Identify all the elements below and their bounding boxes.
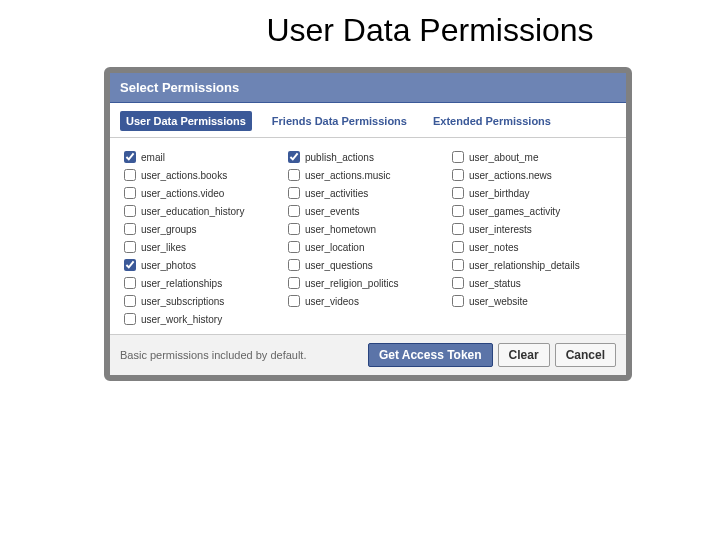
permission-row: user_likesuser_locationuser_notes bbox=[124, 238, 616, 256]
permission-checkbox[interactable] bbox=[452, 295, 464, 307]
permission-checkbox[interactable] bbox=[124, 205, 136, 217]
permission-label: user_videos bbox=[305, 296, 359, 307]
permission-user-work-history[interactable]: user_work_history bbox=[124, 310, 292, 328]
permission-checkbox[interactable] bbox=[288, 277, 300, 289]
permission-row: user_actions.booksuser_actions.musicuser… bbox=[124, 166, 616, 184]
permission-checkbox[interactable] bbox=[124, 151, 136, 163]
dialog-footer: Basic permissions included by default. G… bbox=[110, 334, 626, 375]
permission-checkbox[interactable] bbox=[124, 187, 136, 199]
permission-row: user_actions.videouser_activitiesuser_bi… bbox=[124, 184, 616, 202]
footer-buttons: Get Access Token Clear Cancel bbox=[368, 343, 616, 367]
permission-label: user_activities bbox=[305, 188, 368, 199]
permission-checkbox[interactable] bbox=[452, 205, 464, 217]
permission-checkbox[interactable] bbox=[288, 295, 300, 307]
permission-checkbox[interactable] bbox=[452, 151, 464, 163]
permission-user-actions-music[interactable]: user_actions.music bbox=[288, 166, 452, 184]
tab-friends-data-permissions[interactable]: Friends Data Permissions bbox=[266, 111, 413, 131]
permission-label: user_work_history bbox=[141, 314, 222, 325]
permission-user-events[interactable]: user_events bbox=[288, 202, 452, 220]
permission-label: user_actions.music bbox=[305, 170, 391, 181]
permission-user-games-activity[interactable]: user_games_activity bbox=[452, 202, 616, 220]
permission-user-groups[interactable]: user_groups bbox=[124, 220, 288, 238]
permission-checkbox[interactable] bbox=[452, 259, 464, 271]
permission-label: user_relationships bbox=[141, 278, 222, 289]
permission-user-videos[interactable]: user_videos bbox=[288, 292, 452, 310]
permission-label: user_about_me bbox=[469, 152, 539, 163]
footer-note: Basic permissions included by default. bbox=[120, 349, 306, 361]
permission-user-website[interactable]: user_website bbox=[452, 292, 616, 310]
permission-user-interests[interactable]: user_interests bbox=[452, 220, 616, 238]
permission-user-likes[interactable]: user_likes bbox=[124, 238, 288, 256]
slide-title: User Data Permissions bbox=[0, 0, 720, 67]
permission-label: user_actions.video bbox=[141, 188, 224, 199]
tab-user-data-permissions[interactable]: User Data Permissions bbox=[120, 111, 252, 131]
permission-label: user_questions bbox=[305, 260, 373, 271]
permission-user-birthday[interactable]: user_birthday bbox=[452, 184, 616, 202]
permission-checkbox[interactable] bbox=[288, 169, 300, 181]
permission-label: user_website bbox=[469, 296, 528, 307]
permissions-dialog: Select Permissions User Data Permissions… bbox=[104, 67, 632, 381]
permission-user-subscriptions[interactable]: user_subscriptions bbox=[124, 292, 288, 310]
permission-label: user_hometown bbox=[305, 224, 376, 235]
permission-user-actions-books[interactable]: user_actions.books bbox=[124, 166, 288, 184]
permission-label: user_games_activity bbox=[469, 206, 560, 217]
get-access-token-button[interactable]: Get Access Token bbox=[368, 343, 493, 367]
permission-email[interactable]: email bbox=[124, 148, 288, 166]
permission-checkbox[interactable] bbox=[288, 241, 300, 253]
permission-label: user_interests bbox=[469, 224, 532, 235]
clear-button[interactable]: Clear bbox=[498, 343, 550, 367]
permission-checkbox[interactable] bbox=[124, 295, 136, 307]
permission-user-hometown[interactable]: user_hometown bbox=[288, 220, 452, 238]
permission-checkbox[interactable] bbox=[124, 277, 136, 289]
permission-label: user_location bbox=[305, 242, 364, 253]
permission-user-relationships[interactable]: user_relationships bbox=[124, 274, 288, 292]
permission-label: user_groups bbox=[141, 224, 197, 235]
permission-checkbox[interactable] bbox=[452, 169, 464, 181]
permission-row: emailpublish_actionsuser_about_me bbox=[124, 148, 616, 166]
permission-label: user_photos bbox=[141, 260, 196, 271]
permission-user-actions-video[interactable]: user_actions.video bbox=[124, 184, 288, 202]
permission-user-actions-news[interactable]: user_actions.news bbox=[452, 166, 616, 184]
tabs-row: User Data Permissions Friends Data Permi… bbox=[110, 103, 626, 138]
permission-label: user_events bbox=[305, 206, 359, 217]
permission-user-status[interactable]: user_status bbox=[452, 274, 616, 292]
permission-user-relationship-details[interactable]: user_relationship_details bbox=[452, 256, 616, 274]
permission-label: email bbox=[141, 152, 165, 163]
permission-user-religion-politics[interactable]: user_religion_politics bbox=[288, 274, 452, 292]
permission-user-about-me[interactable]: user_about_me bbox=[452, 148, 616, 166]
permission-checkbox[interactable] bbox=[452, 241, 464, 253]
permission-checkbox[interactable] bbox=[124, 241, 136, 253]
permission-label: user_birthday bbox=[469, 188, 530, 199]
permission-checkbox[interactable] bbox=[124, 169, 136, 181]
permission-checkbox[interactable] bbox=[288, 259, 300, 271]
permission-row: user_education_historyuser_eventsuser_ga… bbox=[124, 202, 616, 220]
permission-user-notes[interactable]: user_notes bbox=[452, 238, 616, 256]
permission-checkbox[interactable] bbox=[288, 187, 300, 199]
permission-checkbox[interactable] bbox=[124, 259, 136, 271]
permission-checkbox[interactable] bbox=[288, 151, 300, 163]
permission-publish-actions[interactable]: publish_actions bbox=[288, 148, 452, 166]
permission-checkbox[interactable] bbox=[124, 313, 136, 325]
permission-label: user_relationship_details bbox=[469, 260, 580, 271]
permission-row: user_relationshipsuser_religion_politics… bbox=[124, 274, 616, 292]
permission-user-questions[interactable]: user_questions bbox=[288, 256, 452, 274]
cancel-button[interactable]: Cancel bbox=[555, 343, 616, 367]
tab-extended-permissions[interactable]: Extended Permissions bbox=[427, 111, 557, 131]
permission-checkbox[interactable] bbox=[288, 223, 300, 235]
permission-user-education-history[interactable]: user_education_history bbox=[124, 202, 288, 220]
permission-label: user_status bbox=[469, 278, 521, 289]
permission-user-activities[interactable]: user_activities bbox=[288, 184, 452, 202]
permission-checkbox[interactable] bbox=[452, 277, 464, 289]
permission-checkbox[interactable] bbox=[124, 223, 136, 235]
permission-row: user_work_history bbox=[124, 310, 616, 328]
permission-label: user_actions.books bbox=[141, 170, 227, 181]
permission-checkbox[interactable] bbox=[452, 223, 464, 235]
permission-user-photos[interactable]: user_photos bbox=[124, 256, 288, 274]
permission-user-location[interactable]: user_location bbox=[288, 238, 452, 256]
permission-label: user_likes bbox=[141, 242, 186, 253]
dialog-header: Select Permissions bbox=[110, 73, 626, 103]
permission-checkbox[interactable] bbox=[288, 205, 300, 217]
permission-checkbox[interactable] bbox=[452, 187, 464, 199]
permission-label: user_subscriptions bbox=[141, 296, 224, 307]
permission-label: user_actions.news bbox=[469, 170, 552, 181]
